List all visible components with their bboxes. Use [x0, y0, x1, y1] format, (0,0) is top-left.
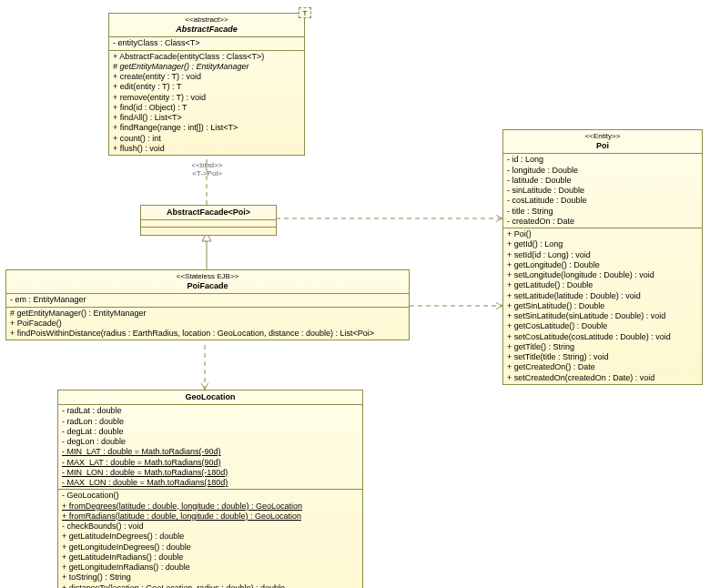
operation: + find(id : Object) : T: [113, 103, 300, 113]
operation: + create(entity : T) : void: [113, 72, 300, 82]
attributes-compartment: - radLat : double- radLon : double- degL…: [58, 405, 362, 490]
attribute: - MIN_LON : double = Math.toRadians(-180…: [62, 468, 359, 478]
operation: + getLatitude() : Double: [507, 280, 698, 290]
attribute: - MAX_LAT : double = Math.toRadians(90d): [62, 458, 359, 468]
class-geo-location: GeoLocation - radLat : double- radLon : …: [57, 390, 363, 588]
operation: + getLatitudeInRadians() : double: [62, 553, 359, 563]
operation: + count() : int: [113, 134, 300, 144]
operation: + setId(id : Long) : void: [507, 250, 698, 260]
operations-compartment: + AbstractFacade(entityClass : Class<T>)…: [109, 51, 304, 156]
operation: # getEntityManager() : EntityManager: [113, 62, 300, 72]
operation: + edit(entity : T) : T: [113, 82, 300, 92]
operations-compartment: - GeoLocation()+ fromDegrees(latitude : …: [58, 490, 362, 588]
class-name: GeoLocation: [62, 392, 359, 402]
operation: + setTitle(title : String) : void: [507, 352, 698, 362]
attribute: - longitude : Double: [507, 166, 698, 176]
operation: + distanceTo(location : GeoLocation, rad…: [62, 583, 359, 589]
stereotype-label: <<abstract>>: [113, 15, 300, 25]
operation: + getLatitudeInDegrees() : double: [62, 532, 359, 542]
attribute: - MIN_LAT : double = Math.toRadians(-90d…: [62, 447, 359, 457]
operation: + setSinLatitude(sinLatitude : Double) :…: [507, 311, 698, 321]
attribute: - id : Long: [507, 155, 698, 165]
operation: + getLongitude() : Double: [507, 260, 698, 270]
attribute: - degLon : double: [62, 437, 359, 447]
class-name: PoiFacade: [10, 281, 405, 291]
class-poi: <<Entity>> Poi - id : Long- longitude : …: [502, 129, 703, 385]
operation: + getLongitudeInRadians() : double: [62, 563, 359, 573]
class-abstract-facade-poi: AbstractFacade<Poi>: [140, 205, 277, 236]
operation: # getEntityManager() : EntityManager: [10, 309, 405, 319]
attribute: - radLon : double: [62, 417, 359, 427]
edge-label-bind: <<bind>> <T->Poi>: [178, 162, 237, 178]
attribute: - em : EntityManager: [10, 295, 405, 305]
attribute: - MAX_LON : double = Math.toRadians(180d…: [62, 478, 359, 488]
class-name: AbstractFacade<Poi>: [145, 208, 272, 218]
attribute: - sinLatitude : Double: [507, 186, 698, 196]
attribute: - entityClass : Class<T>: [113, 38, 300, 48]
attributes-compartment: - entityClass : Class<T>: [109, 37, 304, 50]
operation: + setCosLatitude(cosLatitude : Double) :…: [507, 332, 698, 342]
operation: + getTitle() : String: [507, 342, 698, 352]
operation: + findPoisWithinDistance(radius : EarthR…: [10, 329, 405, 339]
operations-compartment: + Poi()+ getId() : Long+ setId(id : Long…: [503, 228, 702, 384]
operation: + remove(entity : T) : void: [113, 93, 300, 103]
operation: + Poi(): [507, 229, 698, 239]
operation: + AbstractFacade(entityClass : Class<T>): [113, 52, 300, 62]
operation: + setCreatedOn(createdOn : Date) : void: [507, 373, 698, 383]
operation: - GeoLocation(): [62, 491, 359, 501]
operation: + toString() : String: [62, 573, 359, 583]
operation: - checkBounds() : void: [62, 522, 359, 532]
template-param-tag: T: [299, 7, 311, 18]
attributes-compartment: - id : Long- longitude : Double- latitud…: [503, 154, 702, 228]
operation: + setLatitude(latitude : Double) : void: [507, 291, 698, 301]
attribute: - createdOn : Date: [507, 217, 698, 227]
attribute: - radLat : double: [62, 406, 359, 416]
class-name: Poi: [507, 141, 698, 151]
class-name: AbstractFacade: [113, 25, 300, 35]
operation: + getId() : Long: [507, 239, 698, 249]
operation: + getCosLatitude() : Double: [507, 321, 698, 331]
operations-compartment: # getEntityManager() : EntityManager + P…: [6, 308, 409, 340]
operation: + getLongitudeInDegrees() : double: [62, 542, 359, 553]
operation: + flush() : void: [113, 144, 300, 154]
class-poi-facade: <<Stateless EJB>> PoiFacade - em : Entit…: [5, 269, 410, 340]
attribute: - cosLatitude : Double: [507, 196, 698, 206]
operation: + getCreatedOn() : Date: [507, 362, 698, 372]
operation: + findAll() : List<T>: [113, 113, 300, 123]
attributes-compartment: - em : EntityManager: [6, 294, 409, 307]
attribute: - latitude : Double: [507, 176, 698, 186]
operation: + fromRadians(latitude : double, longitu…: [62, 512, 359, 522]
stereotype-label: <<Entity>>: [507, 132, 698, 141]
class-abstract-facade: T <<abstract>> AbstractFacade - entityCl…: [108, 13, 305, 156]
attribute: - degLat : double: [62, 427, 359, 437]
stereotype-label: <<Stateless EJB>>: [10, 272, 405, 281]
attribute: - title : String: [507, 207, 698, 217]
operation: + PoiFacade(): [10, 319, 405, 329]
operation: + getSinLatitude() : Double: [507, 301, 698, 311]
operation: + fromDegrees(latitude : double, longitu…: [62, 502, 359, 512]
operation: + setLongitude(longitude : Double) : voi…: [507, 270, 698, 280]
operation: + findRange(range : int[]) : List<T>: [113, 123, 300, 133]
